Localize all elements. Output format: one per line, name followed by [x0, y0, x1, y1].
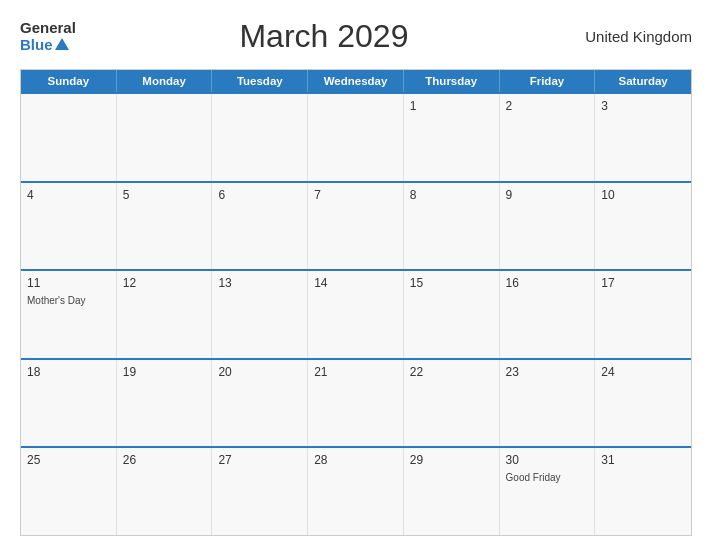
- day-number: 24: [601, 365, 685, 379]
- header-friday: Friday: [500, 70, 596, 92]
- logo: General Blue: [20, 20, 76, 53]
- calendar-cell-r3-c6: 24: [595, 360, 691, 447]
- calendar-cell-r2-c4: 15: [404, 271, 500, 358]
- day-number: 28: [314, 453, 397, 467]
- calendar-cell-r0-c1: [117, 94, 213, 181]
- day-number: 16: [506, 276, 589, 290]
- calendar-cell-r2-c1: 12: [117, 271, 213, 358]
- calendar-cell-r4-c5: 30Good Friday: [500, 448, 596, 535]
- day-number: 26: [123, 453, 206, 467]
- day-number: 30: [506, 453, 589, 467]
- calendar-cell-r4-c3: 28: [308, 448, 404, 535]
- calendar-title: March 2029: [76, 18, 572, 55]
- calendar-cell-r0-c6: 3: [595, 94, 691, 181]
- day-number: 6: [218, 188, 301, 202]
- calendar-cell-r2-c5: 16: [500, 271, 596, 358]
- header-sunday: Sunday: [21, 70, 117, 92]
- calendar-header: Sunday Monday Tuesday Wednesday Thursday…: [21, 70, 691, 92]
- calendar-cell-r1-c6: 10: [595, 183, 691, 270]
- calendar-cell-r1-c4: 8: [404, 183, 500, 270]
- day-number: 27: [218, 453, 301, 467]
- logo-blue-text: Blue: [20, 37, 76, 54]
- day-number: 17: [601, 276, 685, 290]
- calendar-row-2: 11Mother's Day121314151617: [21, 269, 691, 358]
- calendar-cell-r0-c3: [308, 94, 404, 181]
- day-number: 20: [218, 365, 301, 379]
- calendar-cell-r0-c5: 2: [500, 94, 596, 181]
- day-number: 5: [123, 188, 206, 202]
- calendar-cell-r4-c6: 31: [595, 448, 691, 535]
- day-number: 22: [410, 365, 493, 379]
- calendar-cell-r4-c1: 26: [117, 448, 213, 535]
- day-number: 31: [601, 453, 685, 467]
- calendar-cell-r3-c2: 20: [212, 360, 308, 447]
- day-number: 2: [506, 99, 589, 113]
- day-number: 4: [27, 188, 110, 202]
- page: General Blue March 2029 United Kingdom S…: [0, 0, 712, 550]
- logo-triangle-icon: [55, 38, 69, 50]
- calendar-cell-r3-c3: 21: [308, 360, 404, 447]
- header-thursday: Thursday: [404, 70, 500, 92]
- calendar-cell-r4-c0: 25: [21, 448, 117, 535]
- calendar-row-3: 18192021222324: [21, 358, 691, 447]
- calendar-cell-r0-c4: 1: [404, 94, 500, 181]
- calendar-cell-r3-c0: 18: [21, 360, 117, 447]
- calendar-row-1: 45678910: [21, 181, 691, 270]
- day-number: 11: [27, 276, 110, 290]
- calendar-event: Good Friday: [506, 471, 589, 484]
- calendar-cell-r1-c2: 6: [212, 183, 308, 270]
- calendar-cell-r0-c0: [21, 94, 117, 181]
- calendar-body: 1234567891011Mother's Day121314151617181…: [21, 92, 691, 535]
- day-number: 18: [27, 365, 110, 379]
- country-label: United Kingdom: [572, 28, 692, 45]
- header-wednesday: Wednesday: [308, 70, 404, 92]
- day-number: 19: [123, 365, 206, 379]
- calendar-cell-r3-c1: 19: [117, 360, 213, 447]
- calendar-cell-r1-c5: 9: [500, 183, 596, 270]
- header-tuesday: Tuesday: [212, 70, 308, 92]
- calendar-cell-r3-c4: 22: [404, 360, 500, 447]
- day-number: 25: [27, 453, 110, 467]
- calendar-cell-r1-c3: 7: [308, 183, 404, 270]
- day-number: 3: [601, 99, 685, 113]
- day-number: 8: [410, 188, 493, 202]
- header-monday: Monday: [117, 70, 213, 92]
- calendar-event: Mother's Day: [27, 294, 110, 307]
- day-number: 10: [601, 188, 685, 202]
- calendar-row-0: 123: [21, 92, 691, 181]
- calendar-row-4: 252627282930Good Friday31: [21, 446, 691, 535]
- day-number: 29: [410, 453, 493, 467]
- calendar-cell-r2-c3: 14: [308, 271, 404, 358]
- day-number: 7: [314, 188, 397, 202]
- day-number: 13: [218, 276, 301, 290]
- calendar-cell-r3-c5: 23: [500, 360, 596, 447]
- day-number: 9: [506, 188, 589, 202]
- day-number: 21: [314, 365, 397, 379]
- logo-general-text: General: [20, 20, 76, 37]
- day-number: 1: [410, 99, 493, 113]
- day-number: 15: [410, 276, 493, 290]
- header-saturday: Saturday: [595, 70, 691, 92]
- calendar-cell-r0-c2: [212, 94, 308, 181]
- calendar-cell-r4-c4: 29: [404, 448, 500, 535]
- calendar-cell-r4-c2: 27: [212, 448, 308, 535]
- day-number: 12: [123, 276, 206, 290]
- calendar-cell-r1-c0: 4: [21, 183, 117, 270]
- calendar: Sunday Monday Tuesday Wednesday Thursday…: [20, 69, 692, 536]
- day-number: 23: [506, 365, 589, 379]
- calendar-cell-r2-c0: 11Mother's Day: [21, 271, 117, 358]
- day-number: 14: [314, 276, 397, 290]
- calendar-cell-r2-c6: 17: [595, 271, 691, 358]
- header: General Blue March 2029 United Kingdom: [20, 18, 692, 55]
- calendar-cell-r1-c1: 5: [117, 183, 213, 270]
- calendar-cell-r2-c2: 13: [212, 271, 308, 358]
